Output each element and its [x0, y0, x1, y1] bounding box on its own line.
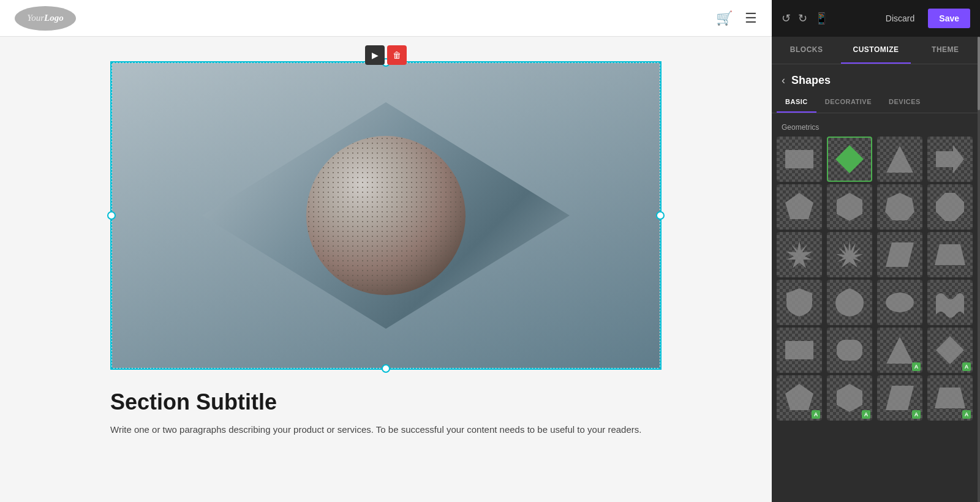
undo-button[interactable]: ↺	[782, 12, 791, 25]
shape-frame-triangle-a[interactable]: A	[877, 328, 922, 373]
shape-frame-hexagon-a[interactable]: A	[827, 375, 872, 421]
sidebar-content: ‹ Shapes BASIC DECORATIVE DEVICES Geomet…	[772, 64, 980, 502]
diamond-clip	[202, 102, 570, 329]
shape-hexagon[interactable]	[827, 184, 872, 230]
delete-button[interactable]: 🗑	[387, 45, 407, 65]
scroll-track	[978, 37, 980, 502]
text-section: Section Subtitle Write one or two paragr…	[110, 389, 662, 437]
svg-rect-13	[785, 341, 813, 359]
logo-your: Your	[27, 13, 44, 23]
shapes-header: ‹ Shapes	[772, 64, 980, 92]
shape-leaf[interactable]	[827, 280, 872, 325]
text-badge-hexagon: A	[862, 410, 870, 419]
shape-frame-diamond-a[interactable]: A	[927, 328, 973, 373]
shape-parallelogram[interactable]	[877, 232, 922, 277]
tab-blocks[interactable]: BLOCKS	[772, 37, 841, 64]
shape-diamond[interactable]	[827, 137, 872, 182]
svg-marker-11	[935, 244, 965, 265]
diamond-container	[178, 87, 594, 344]
shape-star-spiky[interactable]	[827, 232, 872, 277]
discard-button[interactable]: Discard	[878, 10, 922, 27]
svg-marker-1	[835, 145, 864, 173]
image-block[interactable]	[110, 61, 662, 370]
image-inner	[111, 62, 660, 369]
svg-marker-20	[935, 388, 965, 408]
shape-arrow-right[interactable]	[927, 137, 973, 182]
shape-trapezoid[interactable]	[927, 232, 973, 277]
mobile-preview-button[interactable]: 📱	[815, 12, 828, 25]
shape-tab-basic[interactable]: BASIC	[777, 92, 816, 113]
cart-icon[interactable]: 🛒	[716, 10, 733, 26]
svg-marker-2	[886, 146, 913, 173]
forward-button[interactable]: ▶	[365, 45, 385, 65]
shape-frame-rect[interactable]	[777, 328, 822, 373]
shape-octagon[interactable]	[927, 184, 973, 230]
resize-handle-bottom[interactable]	[382, 364, 390, 373]
shape-heptagon[interactable]	[877, 184, 922, 230]
sidebar-tabs: BLOCKS CUSTOMIZE THEME	[772, 37, 980, 64]
sidebar: ↺ ↻ 📱 Discard Save BLOCKS CUSTOMIZE THEM…	[772, 0, 980, 502]
shape-frame-trapezoid-a[interactable]: A	[927, 375, 973, 421]
menu-icon[interactable]: ☰	[745, 10, 757, 26]
shape-pentagon[interactable]	[777, 184, 822, 230]
logo: YourLogo	[15, 6, 76, 31]
back-button[interactable]: ‹	[782, 74, 785, 87]
svg-marker-8	[786, 241, 812, 268]
shape-tab-devices[interactable]: DEVICES	[880, 92, 929, 113]
text-badge-pentagon: A	[812, 410, 820, 419]
svg-marker-17	[785, 384, 813, 410]
svg-marker-18	[837, 384, 862, 412]
block-toolbar: ▶ 🗑	[365, 45, 407, 65]
sphere-mesh	[306, 136, 466, 295]
shapes-title: Shapes	[791, 74, 831, 87]
shape-wave[interactable]	[927, 280, 973, 325]
shape-starburst[interactable]	[777, 232, 822, 277]
text-badge-triangle: A	[912, 362, 921, 371]
svg-marker-6	[885, 193, 914, 220]
tab-theme[interactable]: THEME	[911, 37, 980, 64]
text-badge-diamond: A	[962, 362, 971, 371]
geometrics-label: Geometrics	[772, 116, 980, 137]
shape-frame-round[interactable]	[827, 328, 872, 373]
sidebar-top: ↺ ↻ 📱 Discard Save	[772, 0, 980, 37]
shape-tab-decorative[interactable]: DECORATIVE	[816, 92, 880, 113]
shape-frame-parallelogram-a[interactable]: A	[877, 375, 922, 421]
text-badge-trapezoid: A	[962, 410, 971, 419]
logo-logo: Logo	[44, 13, 64, 23]
shape-rect[interactable]	[777, 137, 822, 182]
shape-oval[interactable]	[877, 280, 922, 325]
save-button[interactable]: Save	[928, 9, 970, 28]
section-subtitle: Section Subtitle	[110, 389, 662, 415]
sidebar-top-left: ↺ ↻ 📱	[782, 12, 828, 25]
svg-marker-3	[936, 145, 964, 173]
nav-icons: 🛒 ☰	[716, 10, 757, 26]
svg-marker-5	[837, 193, 862, 221]
svg-marker-4	[785, 193, 813, 219]
shape-grid: A A A A	[772, 137, 980, 421]
shape-tabs: BASIC DECORATIVE DEVICES	[772, 92, 980, 113]
svg-marker-7	[936, 193, 964, 221]
logo-area: YourLogo	[15, 6, 76, 31]
redo-button[interactable]: ↻	[798, 12, 807, 25]
svg-marker-16	[936, 336, 964, 364]
svg-marker-9	[836, 240, 863, 268]
svg-marker-10	[886, 242, 914, 267]
shape-triangle[interactable]	[877, 137, 922, 182]
shape-frame-pentagon-a[interactable]: A	[777, 375, 822, 421]
top-nav: YourLogo 🛒 ☰	[0, 0, 772, 37]
svg-marker-19	[886, 386, 914, 410]
resize-handle-right[interactable]	[656, 211, 665, 220]
speaker-sphere	[306, 136, 466, 295]
svg-rect-0	[785, 150, 813, 168]
scroll-thumb[interactable]	[978, 37, 980, 110]
shape-shield[interactable]	[777, 280, 822, 325]
svg-rect-14	[837, 340, 862, 361]
tab-customize[interactable]: CUSTOMIZE	[841, 37, 910, 64]
svg-point-12	[886, 293, 914, 312]
sidebar-top-right: Discard Save	[878, 9, 970, 28]
text-badge-parallelogram: A	[912, 410, 921, 419]
svg-marker-15	[886, 337, 913, 364]
resize-handle-left[interactable]	[107, 211, 116, 220]
canvas-content: ▶ 🗑	[0, 37, 772, 502]
section-body: Write one or two paragraphs describing y…	[110, 422, 662, 437]
